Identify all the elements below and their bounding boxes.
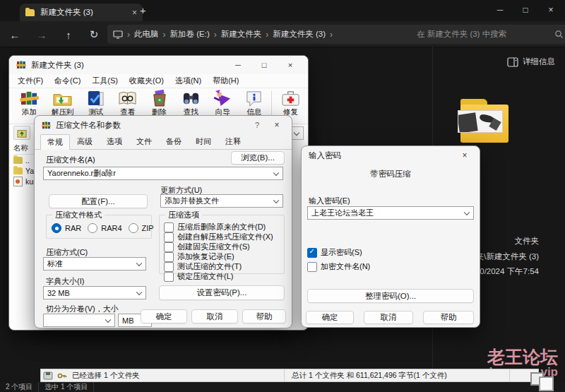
toolbar-extract-button[interactable]: 解压到 [45,90,81,117]
checkbox-recovery[interactable]: 添加恢复记录(E) [164,251,234,262]
checkbox-lock[interactable]: 锁定压缩文件(L) [164,271,233,282]
disk-icon [43,372,53,380]
selected-count-label: 选中 1 个项目 [39,382,94,392]
help-button[interactable]: 帮助 [423,311,474,324]
status-separator [509,369,510,381]
view-icon [117,90,138,107]
chevron-down-icon [273,197,279,203]
chevron-down-icon [105,316,111,322]
folder-up-icon [17,129,27,138]
password-dialog-titlebar: 输入密码 × [302,146,480,165]
menu-tools[interactable]: 工具(S) [86,76,124,86]
toolbar-delete-button[interactable]: 删除 [143,90,175,117]
chevron-right-icon: › [264,30,270,40]
radio-rar[interactable]: RAR [52,223,81,233]
window-close-button[interactable]: × [537,0,565,20]
winrar-close-button[interactable]: × [280,61,301,69]
toolbar-view-button[interactable]: 查看 [112,90,143,117]
close-icon[interactable]: × [269,120,285,130]
window-minimize-button[interactable]: ─ [486,0,514,20]
back-icon[interactable]: ← [6,26,24,43]
winrar-maximize-button[interactable]: □ [254,61,275,69]
this-pc-icon [113,30,123,39]
menu-favorites[interactable]: 收藏夹(O) [124,76,170,86]
radio-zip[interactable]: ZIP [129,223,154,233]
refresh-icon[interactable]: ↻ [85,26,103,43]
format-group-label: 压缩文件格式 [52,210,105,220]
details-toggle-button[interactable]: 详细信息 [507,57,555,67]
checkbox-test[interactable]: 测试压缩的文件(T) [164,261,242,272]
menu-help[interactable]: 帮助(H) [207,76,244,86]
help-icon[interactable]: ? [250,121,264,129]
archive-dialog-title: 压缩文件名和参数 [56,120,245,131]
search-input[interactable]: 在 新建文件夹 (3) 中搜索 [411,25,565,44]
chevron-right-icon: › [213,30,218,40]
checkbox-solid[interactable]: 创建固实压缩文件(S) [164,242,250,252]
tab-options[interactable]: 选项 [100,133,129,149]
items-count-label: 2 个项目 [0,382,39,392]
tab-advanced[interactable]: 高级 [70,133,100,149]
window-maximize-button[interactable]: □ [511,0,540,20]
menu-file[interactable]: 文件(F) [12,76,49,86]
volume-size-combo[interactable] [43,314,115,327]
browse-button[interactable]: 浏览(B)... [231,151,285,165]
ok-button[interactable]: 确定 [141,309,187,323]
details-toggle-label: 详细信息 [523,57,555,67]
tab-time[interactable]: 时间 [189,133,218,149]
archive-name-combo[interactable]: Yaorenneko.r删a除r [43,167,283,180]
breadcrumb-item-this-pc[interactable]: 此电脑 [134,29,159,40]
extract-icon [52,90,73,107]
cancel-button[interactable]: 取消 [191,309,238,323]
tab-backup[interactable]: 备份 [159,133,189,149]
help-button[interactable]: 帮助 [242,309,286,323]
toolbar-info-button[interactable]: 信息 [238,90,270,117]
cancel-button[interactable]: 取消 [364,311,413,324]
toolbar-test-button[interactable]: 测试 [81,90,112,117]
breadcrumb-item-folder[interactable]: 新建文件夹 [221,29,262,40]
forward-icon[interactable]: → [32,26,51,43]
tab-close-icon[interactable]: × [132,8,137,18]
breadcrumb-item-drive-e[interactable]: 新加卷 (E:) [170,29,210,40]
repair-icon [280,90,301,107]
tab-title: 新建文件夹 (3) [40,7,126,18]
checkbox-encrypt-names[interactable]: 加密文件名(N) [307,261,370,272]
new-tab-button[interactable]: + [140,4,146,16]
update-mode-combo[interactable]: 添加并替换文件 [160,194,283,208]
method-combo[interactable]: 标准 [43,257,146,271]
toolbar-repair-button[interactable]: 修复 [275,90,307,117]
up-directory-button[interactable] [13,126,30,140]
ok-button[interactable]: 确定 [306,311,354,324]
up-icon[interactable]: ↑ [59,26,78,43]
menu-options[interactable]: 选项(N) [170,76,207,86]
toolbar-find-button[interactable]: 查找 [175,90,207,117]
archive-dialog-tabs: 常规 高级 选项 文件 备份 时间 注释 [35,134,292,150]
dict-size-combo[interactable]: 32 MB [43,286,146,299]
explorer-tab-bar: 新建文件夹 (3) × + ─ □ × [0,0,565,21]
checkbox-show-password[interactable]: 显示密码(S) [307,247,362,258]
winrar-minimize-button[interactable]: ─ [227,61,249,69]
toolbar-wizard-button[interactable]: 向导 [207,90,239,117]
tab-general[interactable]: 常规 [40,134,70,150]
organize-passwords-button[interactable]: 整理密码(O)... [307,289,474,303]
tab-comment[interactable]: 注释 [218,133,248,149]
password-input-combo[interactable]: 上老王论坛当老王 [307,206,474,220]
volume-label: 切分为分卷(V)，大小 [46,304,119,314]
toolbar-add-button[interactable]: 添加 [13,90,45,117]
explorer-tab[interactable]: 新建文件夹 (3) × [20,4,143,21]
tab-files[interactable]: 文件 [129,133,159,149]
breadcrumb-item-folder-3[interactable]: 新建文件夹 (3) [273,29,326,40]
search-icon [554,30,564,39]
test-icon [85,90,106,107]
checkbox-delete-after[interactable]: 压缩后删除原来的文件(D) [164,222,266,232]
desktop-screen: 新建文件夹 (3) × + ─ □ × ← → ↑ ↻ › 此电脑 › 新加卷 … [0,0,565,392]
set-password-button[interactable]: 设置密码(P)... [159,285,285,300]
close-icon[interactable]: × [457,150,472,160]
profiles-button[interactable]: 配置(F)... [49,194,148,208]
radio-rar4[interactable]: RAR4 [88,223,121,233]
chevron-down-icon [273,170,279,175]
details-pane-icon [507,57,518,67]
status-total-text: 总计 1 个文件夹 和 611,621,496 字节(1 个文件) [285,371,509,381]
menu-commands[interactable]: 命令(C) [49,76,86,86]
checkbox-sfx[interactable]: 创建自解压格式压缩文件(X) [164,232,273,242]
info-icon [244,90,264,107]
